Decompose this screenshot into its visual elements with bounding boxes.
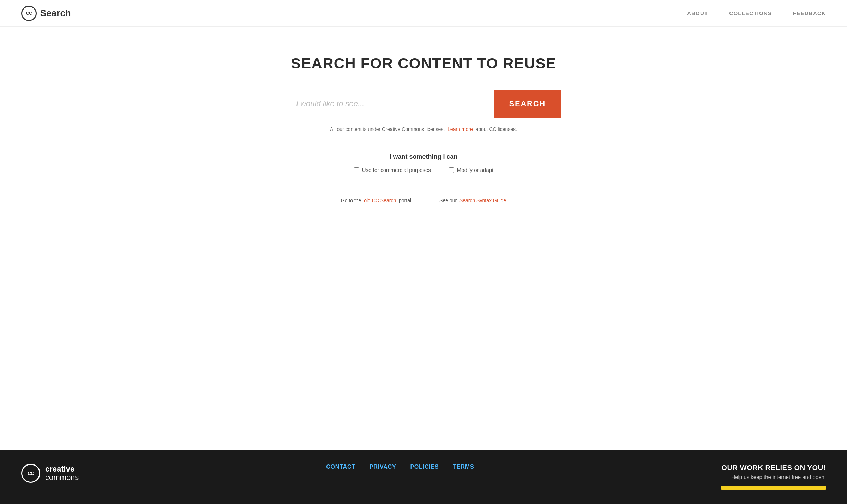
learn-more-link[interactable]: Learn more [447,126,473,132]
cc-logo-icon: CC [21,6,37,21]
checkbox-commercial[interactable]: Use for commercial purposes [354,167,431,173]
footer-terms-link[interactable]: TERMS [453,464,474,470]
footer-policies-link[interactable]: POLICIES [410,464,439,470]
footer-contact-link[interactable]: CONTACT [326,464,355,470]
hero-title: SEARCH FOR CONTENT TO REUSE [291,55,556,72]
footer-cta: OUR WORK RELIES ON YOU! Help us keep the… [721,464,826,490]
filter-section: I want something I can Use for commercia… [354,153,493,173]
checkboxes-container: Use for commercial purposes Modify or ad… [354,167,493,173]
footer-logo-text: creative commons [45,465,79,482]
old-cc-search-link[interactable]: old CC Search [364,198,396,203]
checkbox-modify[interactable]: Modify or adapt [449,167,493,173]
checkbox-modify-input[interactable] [449,167,454,173]
footer-cta-title: OUR WORK RELIES ON YOU! [721,464,826,472]
nav-collections[interactable]: COLLECTIONS [729,10,772,16]
footer-nav: CONTACT PRIVACY POLICIES TERMS [326,464,474,470]
footer-donate-bar[interactable] [721,486,826,490]
main-nav: ABOUT COLLECTIONS FEEDBACK [687,10,826,16]
site-footer: CC creative commons CONTACT PRIVACY POLI… [0,450,847,504]
search-bar: SEARCH [286,90,561,118]
footer-privacy-link[interactable]: PRIVACY [370,464,396,470]
search-input[interactable] [286,90,494,118]
logo-text: Search [40,8,71,19]
old-search-text: Go to the old CC Search portal [341,198,411,203]
filter-title: I want something I can [354,153,493,161]
footer-cc-icon: CC [21,464,40,483]
main-content: SEARCH FOR CONTENT TO REUSE SEARCH All o… [0,27,847,450]
site-header: CC Search ABOUT COLLECTIONS FEEDBACK [0,0,847,27]
search-button[interactable]: SEARCH [494,90,561,118]
syntax-guide-text: See our Search Syntax Guide [439,198,506,203]
license-note: All our content is under Creative Common… [330,126,517,132]
syntax-guide-link[interactable]: Search Syntax Guide [459,198,506,203]
extra-links: Go to the old CC Search portal See our S… [341,198,506,203]
nav-about[interactable]: ABOUT [687,10,708,16]
site-logo[interactable]: CC Search [21,6,71,21]
footer-cta-subtitle: Help us keep the internet free and open. [721,474,826,480]
nav-feedback[interactable]: FEEDBACK [793,10,826,16]
checkbox-commercial-input[interactable] [354,167,359,173]
footer-logo: CC creative commons [21,464,79,483]
